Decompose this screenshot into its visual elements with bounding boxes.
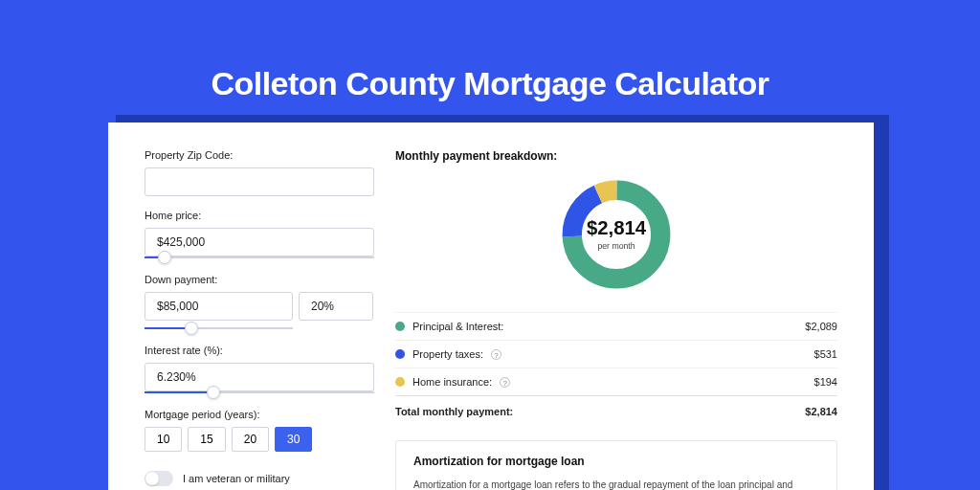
zip-input[interactable]: [145, 167, 374, 196]
legend-label-taxes: Property taxes:: [412, 348, 483, 360]
down-payment-slider[interactable]: [145, 327, 293, 329]
interest-slider[interactable]: [145, 391, 374, 393]
amortization-text: Amortization for a mortgage loan refers …: [413, 478, 819, 490]
breakdown-title: Monthly payment breakdown:: [395, 149, 837, 163]
legend-dot-taxes: [395, 349, 405, 359]
period-label: Mortgage period (years):: [145, 409, 376, 420]
period-button-row: 10 15 20 30: [145, 427, 376, 452]
help-icon[interactable]: ?: [491, 349, 501, 360]
home-price-input[interactable]: [145, 228, 374, 256]
legend-dot-insurance: [395, 377, 405, 387]
legend-label-principal: Principal & Interest:: [412, 321, 503, 332]
zip-label: Property Zip Code:: [145, 149, 376, 161]
interest-label: Interest rate (%):: [145, 345, 376, 356]
home-price-label: Home price:: [145, 210, 376, 221]
form-panel: Property Zip Code: Home price: Down paym…: [108, 122, 386, 490]
down-payment-input[interactable]: [145, 292, 293, 321]
legend-dot-principal: [395, 322, 405, 331]
donut-center-value: $2,814: [587, 217, 647, 238]
breakdown-panel: Monthly payment breakdown: $2,814 per mo…: [386, 122, 874, 490]
veteran-label: I am veteran or military: [183, 473, 290, 484]
legend-label-total: Total monthly payment:: [395, 406, 513, 417]
calculator-card: Property Zip Code: Home price: Down paym…: [108, 122, 874, 490]
donut-center-unit: per month: [597, 241, 635, 251]
period-btn-30[interactable]: 30: [275, 427, 312, 452]
home-price-slider[interactable]: [145, 256, 374, 258]
donut-chart: $2,814 per month: [395, 176, 837, 293]
amortization-title: Amortization for mortgage loan: [413, 455, 819, 468]
legend-value-total: $2,814: [805, 406, 837, 417]
help-icon[interactable]: ?: [500, 377, 510, 388]
down-payment-label: Down payment:: [145, 274, 376, 285]
legend-label-insurance: Home insurance:: [412, 376, 492, 388]
period-btn-15[interactable]: 15: [188, 427, 225, 452]
veteran-toggle[interactable]: [145, 471, 173, 486]
down-payment-pct-input[interactable]: [299, 292, 373, 321]
period-btn-10[interactable]: 10: [145, 427, 182, 452]
page-title: Colleton County Mortgage Calculator: [0, 65, 980, 102]
legend-value-principal: $2,089: [805, 321, 837, 332]
legend-value-taxes: $531: [814, 348, 837, 360]
amortization-box: Amortization for mortgage loan Amortizat…: [395, 440, 837, 490]
legend-value-insurance: $194: [814, 376, 837, 388]
interest-input[interactable]: [145, 363, 374, 391]
period-btn-20[interactable]: 20: [232, 427, 269, 452]
